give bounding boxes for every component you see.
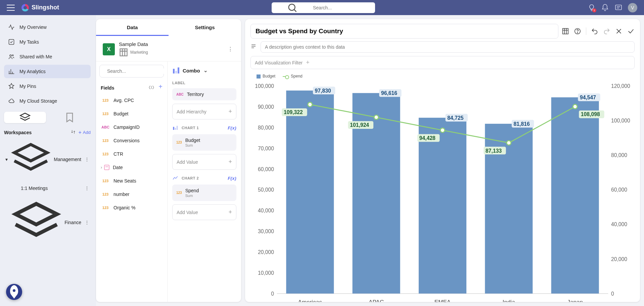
svg-text:70,000: 70,000 [258,146,274,151]
label-chip-territory[interactable]: ABC Territory [172,88,236,100]
field-search[interactable] [99,65,164,78]
chart-desc-row [245,41,640,56]
more-icon[interactable]: ⋮ [85,220,89,225]
fx-button[interactable]: F(x) [228,125,236,131]
people-icon [8,53,15,60]
svg-text:0: 0 [611,291,614,297]
svg-text:30,000: 30,000 [258,228,274,234]
brand-name: Slingshot [32,4,59,11]
workspace-item-finance[interactable]: ▾ Finance ⋮ [4,195,91,250]
workspace-item-meetings[interactable]: 1:1 Meetings ⋮ [4,183,91,194]
datasource-more-icon[interactable]: ⋮ [226,45,234,54]
svg-rect-54 [286,91,334,294]
svg-text:100,000: 100,000 [611,118,630,123]
svg-rect-24 [563,29,568,34]
field-row[interactable]: ›Date [96,161,167,174]
chat-icon[interactable] [614,4,623,12]
field-row[interactable]: 123Budget [96,107,167,120]
sidebar-item-pins[interactable]: My Pins [4,80,91,93]
add-filter-button[interactable]: Add Visualization Filter + [250,56,635,69]
description-icon[interactable] [250,43,257,51]
view-bookmarks-button[interactable] [49,112,91,123]
workspace-item-management[interactable]: ▾ Management ⋮ [4,137,91,182]
svg-marker-14 [16,204,57,225]
more-icon[interactable]: ⋮ [85,186,89,191]
global-search-input[interactable] [313,5,372,10]
avatar[interactable]: V [628,3,637,12]
chart-header-actions [562,28,635,35]
grid-view-icon[interactable] [562,28,569,35]
chart2-chip-spend[interactable]: 123 Spend Sum [172,185,236,201]
sort-icon[interactable] [71,129,76,136]
workspace-label: 1:1 Meetings [21,186,48,191]
chart1-add-value[interactable]: Add Value + [172,154,236,170]
sidebar-item-tasks[interactable]: My Tasks [4,35,91,49]
header-actions: 1 V [588,3,637,12]
chart-desc-input[interactable] [261,41,635,53]
workspace-label: Finance [64,220,81,225]
app-header: Slingshot 1 V [0,0,644,15]
view-layers-button[interactable] [4,112,46,123]
chart-icon [8,68,15,75]
field-row[interactable]: 123Organic % [96,201,167,214]
type-badge: 123 [101,98,110,102]
field-row[interactable]: 123CTR [96,147,167,161]
bell-icon[interactable] [601,4,609,12]
layers-icon [11,140,50,179]
tips-icon[interactable]: 1 [588,4,596,12]
sidebar-item-shared[interactable]: Shared with Me [4,50,91,63]
brain-icon[interactable] [148,84,154,92]
redo-icon[interactable] [603,28,610,35]
sidebar-item-analytics[interactable]: My Analytics [4,65,91,78]
undo-icon[interactable] [591,28,598,35]
fx-button[interactable]: F(x) [228,176,236,181]
field-row[interactable]: ABCCampaignID [96,120,167,134]
field-row[interactable]: 123Avg. CPC [96,94,167,107]
confirm-icon[interactable] [627,28,635,35]
sidebar-item-overview[interactable]: My Overview [4,20,91,34]
chart1-chip-budget[interactable]: 123 Budget Sum [172,134,236,151]
add-workspace-button[interactable]: +Add [79,130,91,136]
svg-text:81,816: 81,816 [514,121,530,127]
menu-toggle-icon[interactable] [7,5,15,11]
svg-text:90,000: 90,000 [258,104,274,110]
global-search[interactable] [272,2,375,13]
svg-point-0 [289,4,295,10]
sidebar-item-cloud[interactable]: My Cloud Storage [4,94,91,108]
tab-settings[interactable]: Settings [169,19,241,36]
pin-icon [8,83,15,90]
help-icon[interactable] [574,28,581,35]
field-row[interactable]: 123New Seats [96,174,167,188]
svg-point-80 [441,128,445,133]
close-icon[interactable] [615,28,623,35]
viz-type-picker[interactable]: Combo ⌄ [172,65,236,75]
add-hierarchy-drop[interactable]: Add Hierarchy + [172,104,236,119]
chart2-add-value[interactable]: Add Value + [172,204,236,220]
svg-text:60,000: 60,000 [258,166,274,172]
main-area: My Overview My Tasks Shared with Me My A… [0,15,644,306]
svg-rect-70 [551,97,599,294]
sidebar-view-toggle [4,112,91,123]
svg-text:EMEA: EMEA [434,299,451,302]
svg-point-6 [10,55,11,56]
divider [586,28,586,35]
type-badge: 123 [101,112,110,116]
more-icon[interactable]: ⋮ [85,157,89,162]
rocket-launcher-button[interactable] [6,284,22,300]
fields-header: Fields + [96,81,167,94]
field-row[interactable]: 123number [96,188,167,201]
tab-data[interactable]: Data [96,19,169,36]
cloud-icon [8,98,15,104]
chart2-header: CHART 2 F(x) [172,175,236,181]
calendar-icon [104,165,109,170]
chart-area: 010,00020,00030,00040,00050,00060,00070,… [245,80,640,302]
svg-rect-5 [9,40,14,45]
add-field-icon[interactable]: + [158,84,163,92]
field-search-input[interactable] [107,68,166,74]
brand-logo-icon [21,4,29,11]
svg-rect-21 [173,127,174,130]
tips-badge: 1 [592,8,596,12]
chart-title-input[interactable] [250,24,558,39]
svg-point-7 [12,55,13,56]
field-row[interactable]: 123Conversions [96,134,167,147]
